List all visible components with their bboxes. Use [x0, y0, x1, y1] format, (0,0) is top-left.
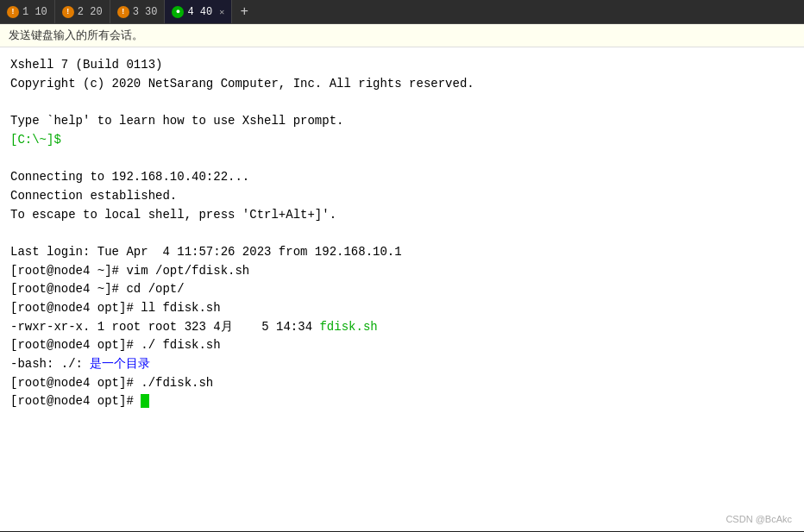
- tab-4-label: 4 40: [187, 6, 212, 18]
- terminal-line12: [root@node4 ~]# cd /opt/: [10, 282, 185, 296]
- terminal-line10: Last login: Tue Apr 4 11:57:26 2023 from…: [10, 245, 402, 259]
- tab-4-close[interactable]: ✕: [219, 7, 224, 17]
- terminal-line14-prefix: -rwxr-xr-x. 1 root root 323 4月 5 14:34: [10, 320, 319, 334]
- terminal-prompt1: [C:\~]$: [10, 133, 61, 147]
- terminal-line2: Copyright (c) 2020 NetSarang Computer, I…: [10, 77, 474, 91]
- tab-3[interactable]: ! 3 30: [110, 0, 166, 23]
- tab-1[interactable]: ! 1 10: [0, 0, 55, 23]
- tab-1-label: 1 10: [22, 6, 47, 18]
- terminal-line17: [root@node4 opt]# ./fdisk.sh: [10, 376, 213, 390]
- terminal-line1: Xshell 7 (Build 0113): [10, 58, 162, 72]
- terminal-output: Xshell 7 (Build 0113) Copyright (c) 2020…: [10, 56, 794, 411]
- terminal-line11: [root@node4 ~]# vim /opt/fdisk.sh: [10, 264, 249, 278]
- terminal-line7: Connection established.: [10, 189, 177, 203]
- terminal-line16-zh: 是一个目录: [90, 357, 150, 371]
- terminal-line6: Connecting to 192.168.10.40:22...: [10, 170, 249, 184]
- tab-3-label: 3 30: [133, 6, 158, 18]
- terminal-area[interactable]: Xshell 7 (Build 0113) Copyright (c) 2020…: [0, 47, 804, 531]
- terminal-line4: Type `help' to learn how to use Xshell p…: [10, 114, 343, 128]
- tab-2-icon: !: [62, 6, 74, 18]
- add-tab-button[interactable]: +: [232, 0, 256, 23]
- terminal-line14-file: fdisk.sh: [319, 320, 377, 334]
- tab-2[interactable]: ! 2 20: [55, 0, 110, 23]
- notice-bar: 发送键盘输入的所有会话。: [0, 24, 804, 47]
- tab-bar: ! 1 10 ! 2 20 ! 3 30 ● 4 40 ✕ +: [0, 0, 804, 24]
- tab-3-icon: !: [117, 6, 129, 18]
- terminal-line16-prefix: -bash: ./:: [10, 357, 90, 371]
- tab-1-icon: !: [7, 6, 19, 18]
- terminal-cursor: [141, 394, 149, 408]
- tab-4[interactable]: ● 4 40 ✕: [165, 0, 232, 23]
- tab-4-icon: ●: [172, 6, 184, 18]
- terminal-line13: [root@node4 opt]# ll fdisk.sh: [10, 301, 221, 315]
- terminal-line15: [root@node4 opt]# ./ fdisk.sh: [10, 338, 221, 352]
- tab-2-label: 2 20: [78, 6, 103, 18]
- notice-text: 发送键盘输入的所有会话。: [9, 28, 143, 41]
- watermark: CSDN @BcAkc: [725, 514, 792, 524]
- terminal-line18: [root@node4 opt]#: [10, 394, 141, 408]
- terminal-line8: To escape to local shell, press 'Ctrl+Al…: [10, 208, 336, 222]
